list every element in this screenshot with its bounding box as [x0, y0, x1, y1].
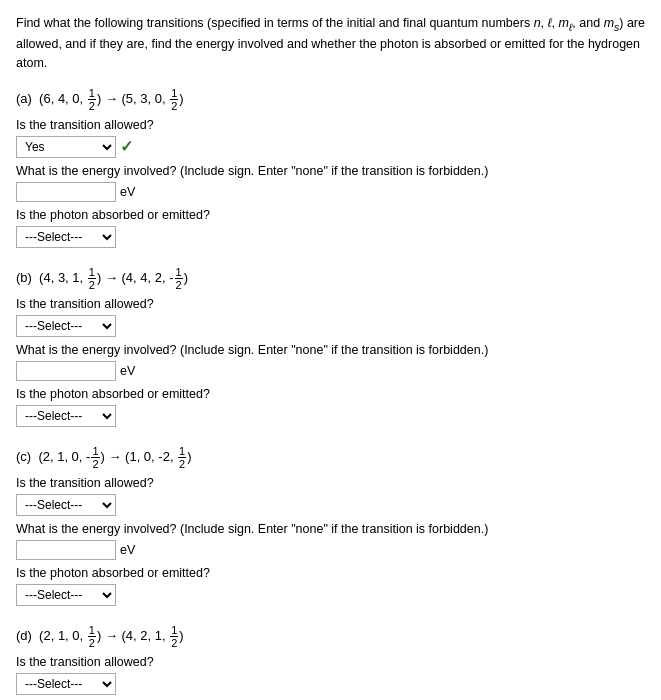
- problem-a-q3-label: Is the photon absorbed or emitted?: [16, 208, 645, 222]
- problem-d-q1-label: Is the transition allowed?: [16, 655, 645, 669]
- problem-c-q1-label: Is the transition allowed?: [16, 476, 645, 490]
- problem-d: (d) (2, 1, 0, 12) → (4, 2, 1, 12) Is the…: [16, 624, 645, 700]
- problem-b-allowed-select[interactable]: ---Select--- Yes No: [16, 315, 116, 337]
- problem-a-unit: eV: [120, 185, 135, 199]
- problem-c-unit: eV: [120, 543, 135, 557]
- problem-b-energy-input[interactable]: [16, 361, 116, 381]
- problem-b-photon-select[interactable]: ---Select--- Absorbed Emitted: [16, 405, 116, 427]
- problem-b-unit: eV: [120, 364, 135, 378]
- problem-b-q3-label: Is the photon absorbed or emitted?: [16, 387, 645, 401]
- problem-a-title: (a) (6, 4, 0, 12) → (5, 3, 0, 12): [16, 87, 645, 112]
- problem-c-photon-select[interactable]: ---Select--- Absorbed Emitted: [16, 584, 116, 606]
- intro-text: Find what the following transitions (spe…: [16, 14, 645, 73]
- problem-a-q2-label: What is the energy involved? (Include si…: [16, 164, 645, 178]
- problem-c-energy-input[interactable]: [16, 540, 116, 560]
- problem-c-q3-label: Is the photon absorbed or emitted?: [16, 566, 645, 580]
- problem-b-q1-label: Is the transition allowed?: [16, 297, 645, 311]
- problem-d-title: (d) (2, 1, 0, 12) → (4, 2, 1, 12): [16, 624, 645, 649]
- problem-a: (a) (6, 4, 0, 12) → (5, 3, 0, 12) Is the…: [16, 87, 645, 248]
- problem-c-q2-label: What is the energy involved? (Include si…: [16, 522, 645, 536]
- problem-c-title: (c) (2, 1, 0, -12) → (1, 0, -2, 12): [16, 445, 645, 470]
- problem-a-check-icon: ✓: [120, 137, 133, 156]
- problem-b-q2-label: What is the energy involved? (Include si…: [16, 343, 645, 357]
- problem-a-photon-select[interactable]: ---Select--- Absorbed Emitted: [16, 226, 116, 248]
- problem-c: (c) (2, 1, 0, -12) → (1, 0, -2, 12) Is t…: [16, 445, 645, 606]
- problem-d-allowed-select[interactable]: ---Select--- Yes No: [16, 673, 116, 695]
- problem-a-allowed-select[interactable]: Yes No: [16, 136, 116, 158]
- problem-b: (b) (4, 3, 1, 12) → (4, 4, 2, -12) Is th…: [16, 266, 645, 427]
- problem-b-title: (b) (4, 3, 1, 12) → (4, 4, 2, -12): [16, 266, 645, 291]
- problem-c-allowed-select[interactable]: ---Select--- Yes No: [16, 494, 116, 516]
- problem-a-q1-label: Is the transition allowed?: [16, 118, 645, 132]
- problem-a-energy-input[interactable]: [16, 182, 116, 202]
